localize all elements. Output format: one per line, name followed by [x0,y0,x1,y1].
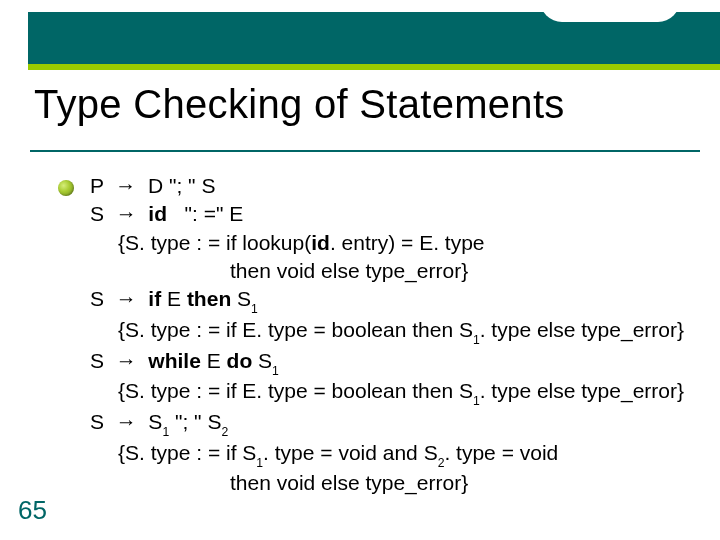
rule2-sem-idkw: id [311,231,330,254]
rule3-tail: S [231,287,251,310]
rule5-rhs-a: S [148,410,162,433]
title-separator [30,150,700,152]
rule1-lhs: P [90,174,104,197]
rule1-rhs: D "; " S [148,174,215,197]
rule3-if: if [148,287,161,310]
header-notch [540,0,680,22]
rule3-lhs: S [90,287,104,310]
rule5-sem-c: . type = void [444,441,558,464]
rule2-sem-b: then void else type_error} [90,257,690,285]
rule5-sem-sub2: 2 [438,456,445,470]
rule3-sub: 1 [251,302,258,316]
slide: Type Checking of Statements P → D "; " S… [0,0,720,540]
grammar-rule-5: S → S1 "; " S2 [90,408,690,439]
rule4-sub: 1 [272,364,279,378]
header-band [28,12,720,70]
rule2-sem-mid: . entry) = E. type [330,231,485,254]
rule4-sem-a: {S. type : = if E. type = boolean then S [118,379,473,402]
rule5-sem-a: {S. type : = if S [118,441,256,464]
rule4-tail: S [252,349,272,372]
rule3-then: then [187,287,231,310]
rule3-sem-a: {S. type : = if E. type = boolean then S [118,318,473,341]
grammar-rule-3: S → if E then S1 [90,285,690,316]
rule4-mid: E [201,349,227,372]
slide-title: Type Checking of Statements [34,82,700,127]
grammar-rule-2: S → id ": =" E [90,200,690,228]
rule5-sub2: 2 [221,425,228,439]
rule5-sem-line1: {S. type : = if S1. type = void and S2. … [90,439,690,470]
rule4-while: while [148,349,201,372]
rule5-sub1: 1 [162,425,169,439]
rule3-sem-b: . type else type_error} [480,318,684,341]
grammar-rule-1: P → D "; " S [90,172,690,200]
rule2-id: id [148,202,167,225]
rule2-sem-open: {S. type : = if lookup( [118,231,311,254]
slide-body: P → D "; " S S → id ": =" E {S. type : =… [90,172,690,498]
rule2-assign: ": =" E [185,202,244,225]
rule2-lhs: S [90,202,104,225]
rule2-sem-a: {S. type : = if lookup(id. entry) = E. t… [90,229,690,257]
rule3-sem-sub: 1 [473,333,480,347]
rule5-sem-b: . type = void and S [263,441,438,464]
rule5-lhs: S [90,410,104,433]
rule3-sem: {S. type : = if E. type = boolean then S… [90,316,690,347]
rule4-lhs: S [90,349,104,372]
rule3-mid: E [161,287,187,310]
rule5-sem-sub1: 1 [256,456,263,470]
rule5-mid: "; " S [169,410,221,433]
rule5-sem-line2: then void else type_error} [90,469,690,497]
rule4-sem: {S. type : = if E. type = boolean then S… [90,377,690,408]
rule4-do: do [227,349,253,372]
rule4-sem-b: . type else type_error} [480,379,684,402]
grammar-rule-4: S → while E do S1 [90,347,690,378]
rule4-sem-sub: 1 [473,394,480,408]
page-number: 65 [18,495,47,526]
bullet-icon [58,180,74,196]
